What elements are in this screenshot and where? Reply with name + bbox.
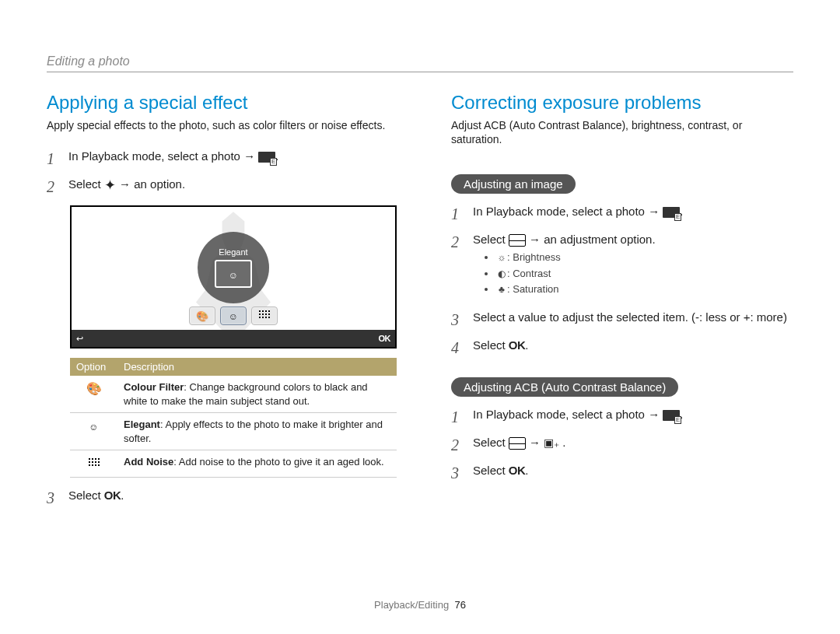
- adjustment-bullets: ☼: Brightness ◐: Contrast ♣: Saturation: [496, 250, 793, 296]
- ok-icon: OK: [509, 338, 526, 352]
- arrow-icon: →: [529, 436, 541, 449]
- page-footer: Playback/Editing 76: [0, 599, 840, 611]
- r2-step-2: 2 Select → ▣₊ .: [451, 434, 793, 456]
- step-text: an adjustment option.: [544, 233, 655, 246]
- elegant-button[interactable]: [220, 306, 247, 325]
- bullet-label: : Contrast: [507, 268, 551, 279]
- r2-step-3: 3 Select OK.: [451, 462, 793, 484]
- adjust-icon: [509, 234, 526, 247]
- selection-thumb: [215, 260, 252, 288]
- page-number: 76: [454, 599, 465, 611]
- arrow-icon: →: [529, 233, 541, 246]
- adjust-icon: [509, 437, 526, 450]
- selection-wheel: Elegant: [198, 232, 269, 303]
- effects-icon: ✦: [104, 178, 116, 192]
- playback-edit-icon: [663, 410, 680, 421]
- contrast-icon: ◐: [496, 268, 507, 281]
- table-header-row: Option Description: [70, 358, 397, 376]
- option-name: Elegant: [124, 419, 160, 430]
- step-number: 1: [451, 406, 473, 428]
- table-desc: Colour Filter: Change background colors …: [117, 376, 397, 413]
- options-table: Option Description 🎨 Colour Filter: Chan…: [70, 358, 397, 478]
- bullet-label: : Brightness: [507, 251, 561, 263]
- step-number: 2: [451, 231, 473, 253]
- brightness-icon: ☼: [496, 251, 507, 264]
- back-icon[interactable]: ↩: [76, 334, 83, 344]
- table-row: 🎨 Colour Filter: Change background color…: [70, 376, 397, 413]
- noise-icon: [70, 450, 117, 478]
- list-item: ◐: Contrast: [496, 267, 793, 281]
- table-row: Add Noise: Add noise to the photo to giv…: [70, 450, 397, 478]
- step-text: .: [121, 489, 124, 502]
- list-item: ♣: Saturation: [496, 282, 793, 296]
- ok-icon: OK: [509, 464, 526, 477]
- step-text: In Playback mode, select a photo: [473, 408, 648, 421]
- left-column: Applying a special effect Apply special …: [47, 92, 420, 515]
- camera-screenshot: Elegant 🎨 ↩ OK: [70, 205, 397, 349]
- step-text: Select: [473, 436, 509, 449]
- right-column: Correcting exposure problems Adjust ACB …: [451, 92, 793, 515]
- screenshot-toolbar: ↩ OK: [72, 330, 395, 347]
- step-text: Select a value to adjust the selected it…: [473, 309, 793, 325]
- step-text: Select: [68, 177, 104, 191]
- acb-icon: ▣₊: [544, 436, 559, 451]
- option-name: Colour Filter: [124, 381, 184, 393]
- table-header-desc: Description: [117, 358, 397, 376]
- r2-step-1: 1 In Playback mode, select a photo → .: [451, 406, 793, 428]
- step-text: an option.: [134, 177, 185, 191]
- elegant-icon: [229, 310, 238, 322]
- step-number: 1: [47, 148, 68, 170]
- effect-buttons: 🎨: [189, 306, 278, 325]
- list-item: ☼: Brightness: [496, 250, 793, 264]
- option-desc: : Apply effects to the photo to make it …: [124, 419, 383, 444]
- page: Editing a photo Applying a special effec…: [0, 0, 840, 634]
- right-intro: Adjust ACB (Auto Contrast Balance), brig…: [451, 118, 793, 146]
- footer-section: Playback/Editing: [374, 599, 449, 611]
- columns: Applying a special effect Apply special …: [47, 92, 793, 515]
- step-text: In Playback mode, select a photo: [68, 149, 243, 163]
- step-text: Select: [473, 233, 509, 246]
- bullet-label: : Saturation: [507, 283, 559, 295]
- ok-icon: OK: [104, 489, 121, 502]
- grid-icon: [259, 310, 270, 322]
- arrow-icon: →: [243, 149, 255, 163]
- left-intro: Apply special effects to the photo, such…: [47, 118, 420, 132]
- table-row: Elegant: Apply effects to the photo to m…: [70, 413, 397, 450]
- step-number: 2: [451, 434, 473, 456]
- step-text: Select: [473, 338, 509, 352]
- left-step-2: 2 Select ✦ → an option.: [47, 176, 420, 198]
- option-name: Add Noise: [124, 456, 173, 468]
- left-step-3: 3 Select OK.: [47, 487, 420, 509]
- step-text: .: [525, 338, 528, 352]
- step-number: 2: [47, 176, 68, 198]
- step-number: 1: [451, 203, 473, 225]
- palette-button[interactable]: 🎨: [189, 306, 215, 325]
- left-title: Applying a special effect: [47, 92, 420, 114]
- elegant-thumb-icon: [229, 268, 238, 281]
- subheading-adjusting-image: Adjusting an image: [451, 174, 576, 194]
- palette-icon: 🎨: [70, 376, 117, 413]
- r1-step-3: 3 Select a value to adjust the selected …: [451, 309, 793, 331]
- arrow-icon: →: [119, 177, 131, 191]
- step-number: 3: [451, 309, 473, 331]
- saturation-icon: ♣: [496, 283, 507, 296]
- table-desc: Add Noise: Add noise to the photo to giv…: [117, 450, 397, 478]
- step-number: 4: [451, 337, 473, 359]
- running-head: Editing a photo: [47, 54, 793, 72]
- screenshot-body: Elegant 🎨: [72, 207, 395, 330]
- step-text: Select: [68, 489, 104, 502]
- table-desc: Elegant: Apply effects to the photo to m…: [117, 413, 397, 450]
- playback-edit-icon: [663, 207, 680, 218]
- arrow-icon: →: [648, 408, 660, 421]
- step-number: 3: [47, 487, 68, 509]
- subheading-adjusting-acb: Adjusting ACB (Auto Contrast Balance): [451, 377, 678, 397]
- option-desc: : Add noise to the photo to give it an a…: [173, 456, 383, 468]
- r1-step-2: 2 Select → an adjustment option. ☼: Brig…: [451, 231, 793, 303]
- ok-icon[interactable]: OK: [379, 334, 391, 343]
- arrow-icon: →: [648, 205, 660, 218]
- left-step-1: 1 In Playback mode, select a photo → .: [47, 148, 420, 170]
- right-title: Correcting exposure problems: [451, 92, 793, 114]
- noise-button[interactable]: [251, 306, 278, 325]
- step-number: 3: [451, 462, 473, 484]
- step-text: In Playback mode, select a photo: [473, 205, 648, 218]
